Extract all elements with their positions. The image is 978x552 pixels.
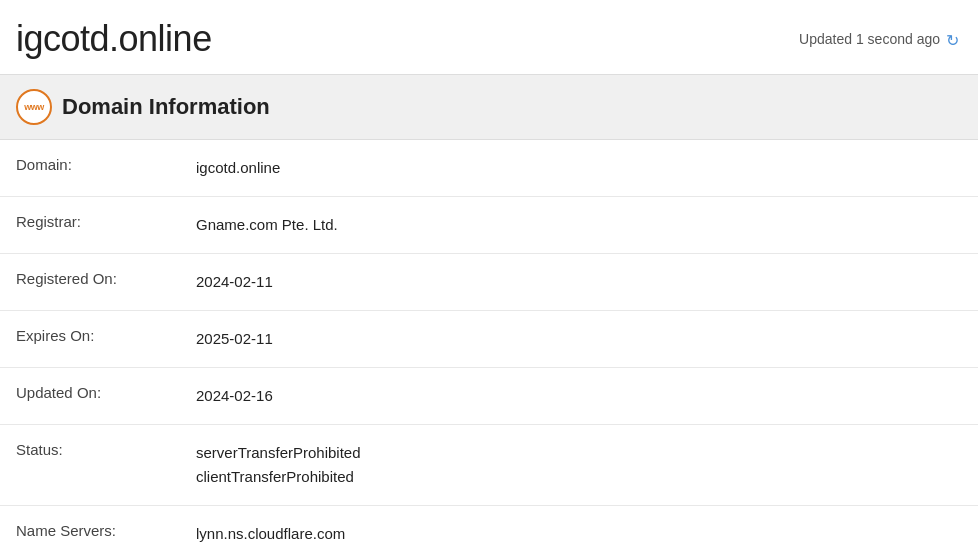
- table-row: Registrar:Gname.com Pte. Ltd.: [0, 197, 978, 254]
- field-value: 2025-02-11: [180, 311, 978, 368]
- value-line: igcotd.online: [196, 156, 962, 180]
- field-value: serverTransferProhibitedclientTransferPr…: [180, 425, 978, 506]
- table-row: Expires On:2025-02-11: [0, 311, 978, 368]
- field-label: Registrar:: [0, 197, 180, 254]
- field-label: Name Servers:: [0, 506, 180, 553]
- refresh-icon[interactable]: ↻: [946, 31, 962, 47]
- section-title: Domain Information: [62, 94, 270, 120]
- field-value: Gname.com Pte. Ltd.: [180, 197, 978, 254]
- field-label: Status:: [0, 425, 180, 506]
- table-row: Status:serverTransferProhibitedclientTra…: [0, 425, 978, 506]
- table-row: Name Servers:lynn.ns.cloudflare.commagal…: [0, 506, 978, 553]
- field-label: Expires On:: [0, 311, 180, 368]
- field-value: 2024-02-16: [180, 368, 978, 425]
- value-line: Gname.com Pte. Ltd.: [196, 213, 962, 237]
- value-line: magali.ns.cloudflare.com: [196, 546, 962, 552]
- value-line: 2024-02-16: [196, 384, 962, 408]
- www-label: www: [24, 102, 44, 112]
- updated-info: Updated 1 second ago ↻: [799, 31, 962, 47]
- field-value: 2024-02-11: [180, 254, 978, 311]
- table-row: Registered On:2024-02-11: [0, 254, 978, 311]
- field-label: Registered On:: [0, 254, 180, 311]
- table-row: Updated On:2024-02-16: [0, 368, 978, 425]
- updated-text: Updated 1 second ago: [799, 31, 940, 47]
- field-label: Domain:: [0, 140, 180, 197]
- field-label: Updated On:: [0, 368, 180, 425]
- section-header: www Domain Information: [0, 74, 978, 140]
- domain-info-table: Domain:igcotd.onlineRegistrar:Gname.com …: [0, 140, 978, 552]
- www-icon: www: [16, 89, 52, 125]
- domain-title: igcotd.online: [16, 18, 212, 60]
- table-row: Domain:igcotd.online: [0, 140, 978, 197]
- value-line: lynn.ns.cloudflare.com: [196, 522, 962, 546]
- field-value: lynn.ns.cloudflare.commagali.ns.cloudfla…: [180, 506, 978, 553]
- value-line: 2024-02-11: [196, 270, 962, 294]
- page-header: igcotd.online Updated 1 second ago ↻: [0, 0, 978, 74]
- value-line: 2025-02-11: [196, 327, 962, 351]
- field-value: igcotd.online: [180, 140, 978, 197]
- value-line: clientTransferProhibited: [196, 465, 962, 489]
- value-line: serverTransferProhibited: [196, 441, 962, 465]
